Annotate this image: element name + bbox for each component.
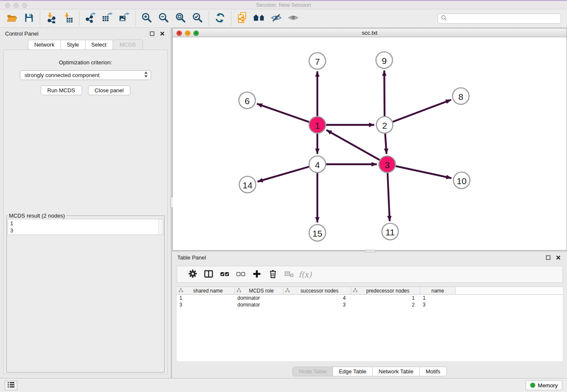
save-session-button[interactable] [20,11,37,27]
search-field[interactable] [438,14,561,24]
delete-column-button[interactable] [265,267,281,282]
show-all-button[interactable] [285,11,302,27]
zoom-app-button[interactable] [22,3,27,8]
close-panel-button[interactable]: Close panel [88,86,131,95]
column-header-shared-name[interactable]: shared name [177,287,235,294]
table-tab-motifs[interactable]: Motifs [419,367,447,376]
trash-icon [269,269,277,280]
maximize-network-button[interactable]: + [193,30,199,36]
export-image-button[interactable] [116,11,133,27]
column-header-predecessor-nodes[interactable]: predecessor nodes [351,287,420,294]
close-panel-icon[interactable] [158,30,166,37]
search-input[interactable] [449,15,558,22]
cell-name[interactable]: 1 [420,295,456,301]
toolbar-separator [79,11,80,26]
tab-select[interactable]: Select [85,40,113,50]
splitter-grip[interactable] [365,250,376,252]
graph-edge-2-3[interactable] [385,133,386,154]
export-network-button[interactable] [82,11,99,27]
table-tab-node-table[interactable]: Node Table [292,367,333,376]
graph-node-1[interactable]: 1 [309,117,326,133]
window-controls[interactable] [5,3,27,8]
deselect-all-button[interactable] [233,267,249,282]
graph-edge-2-8[interactable] [393,100,451,122]
graph-node-14[interactable]: 14 [239,177,256,193]
graph-node-7[interactable]: 7 [309,53,326,69]
cell-predecessor-nodes[interactable]: 1 [351,295,420,301]
mcds-result-box[interactable]: 13 [8,219,163,235]
cell-mcds-role[interactable]: dominator [235,301,284,308]
graph-edge-1-6[interactable] [257,104,309,122]
home-views-button[interactable] [251,11,268,27]
column-header-mcds-role[interactable]: MCDS role [235,287,284,294]
vertical-splitter[interactable] [171,28,172,378]
float-panel-icon[interactable] [544,254,552,261]
graph-node-9[interactable]: 9 [376,52,393,69]
graph-node-2[interactable]: 2 [377,117,393,133]
fx-icon: f(x) [299,270,312,279]
result-scrollbar[interactable] [158,219,163,235]
split-columns-button[interactable] [201,267,217,282]
add-column-button[interactable] [249,267,265,282]
table-row[interactable]: 1dominator411 [177,295,563,301]
close-network-button[interactable]: × [176,30,182,36]
cell-predecessor-nodes[interactable]: 2 [351,301,420,308]
open-session-button[interactable] [3,11,20,27]
zoom-selected-button[interactable] [189,11,206,27]
graph-node-11[interactable]: 11 [382,224,399,240]
import-network-button[interactable] [43,11,60,27]
graph-edge-3-10[interactable] [396,166,451,178]
graph-node-15[interactable]: 15 [309,225,326,241]
hide-selected-button[interactable] [268,11,285,27]
close-app-button[interactable] [5,3,10,8]
export-table-button[interactable] [99,11,116,27]
network-file-button[interactable] [234,11,251,27]
graph-edge-3-11[interactable] [388,173,390,221]
graph-edge-4-14[interactable] [258,167,309,182]
table-row[interactable]: 3dominator323 [177,301,563,308]
task-history-button[interactable] [5,381,17,390]
zoom-out-button[interactable] [155,11,172,27]
network-window-titlebar[interactable]: × − + scc.txt [173,28,567,37]
graph-edge-3-1[interactable] [326,130,380,160]
delete-table-button[interactable] [281,267,297,282]
float-panel-icon[interactable] [148,30,156,37]
minimize-network-button[interactable]: − [185,30,190,36]
column-header-name[interactable]: name [420,287,456,294]
tab-network[interactable]: Network [28,40,61,50]
minimize-app-button[interactable] [14,3,19,8]
graph-node-4[interactable]: 4 [309,156,326,173]
select-all-button[interactable] [217,267,233,282]
table-tab-edge-table[interactable]: Edge Table [333,367,373,376]
tab-mcds[interactable]: MCDS [113,39,143,50]
graph-node-3[interactable]: 3 [379,156,396,173]
cell-mcds-role[interactable]: dominator [235,295,284,301]
table-tab-network-table[interactable]: Network Table [372,367,420,376]
close-panel-icon[interactable] [554,254,562,261]
zoom-fit-button[interactable] [172,11,189,27]
cell-shared-name[interactable]: 3 [177,301,235,308]
graph-edge-2-9[interactable] [384,70,385,116]
tab-style[interactable]: Style [61,40,85,50]
network-graph[interactable]: 7968124314101511 [173,37,567,249]
network-canvas[interactable]: 7968124314101511 [173,37,567,250]
graph-node-8[interactable]: 8 [453,88,469,105]
column-type-icon [237,288,241,294]
horizontal-splitter[interactable] [172,251,567,252]
cell-name[interactable]: 3 [420,301,456,308]
cell-successor-nodes[interactable]: 4 [284,295,351,301]
node-table: shared nameMCDS rolesuccessor nodesprede… [177,287,563,361]
criterion-select[interactable]: strongly connected component [20,70,151,80]
graph-node-6[interactable]: 6 [239,92,256,109]
function-builder-button[interactable]: f(x) [297,267,313,282]
import-table-button[interactable] [60,11,77,27]
table-settings-button[interactable] [184,267,201,282]
cell-successor-nodes[interactable]: 3 [284,301,351,308]
graph-node-10[interactable]: 10 [454,172,470,189]
column-header-successor-nodes[interactable]: successor nodes [284,287,351,294]
zoom-in-button[interactable] [138,11,155,27]
memory-button[interactable]: Memory [526,380,562,390]
run-mcds-button[interactable]: Run MCDS [41,86,82,95]
cell-shared-name[interactable]: 1 [177,295,235,301]
refresh-button[interactable] [212,11,228,27]
